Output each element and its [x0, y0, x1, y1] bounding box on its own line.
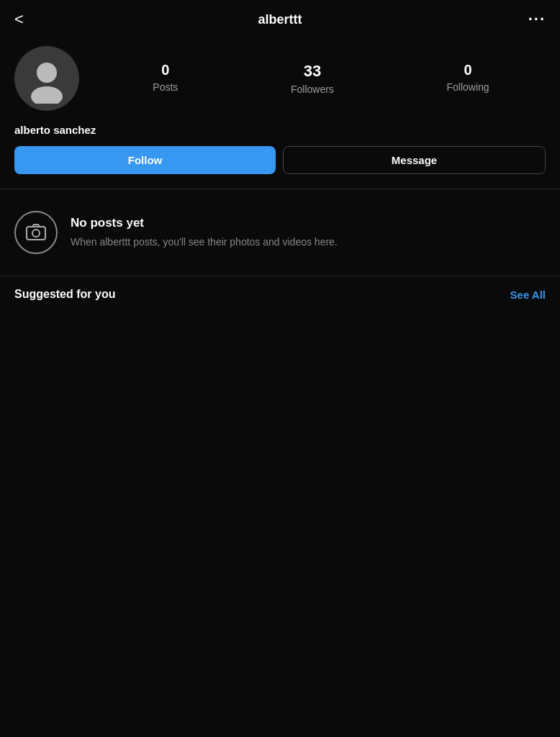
message-button[interactable]: Message	[283, 146, 546, 174]
svg-point-3	[32, 230, 40, 237]
posts-count: 0	[161, 62, 169, 78]
suggested-label: Suggested for you	[14, 288, 115, 301]
posts-label: Posts	[153, 81, 178, 93]
no-posts-description: When alberttt posts, you'll see their ph…	[71, 235, 338, 250]
following-label: Following	[447, 81, 489, 93]
camera-icon-circle	[14, 211, 58, 254]
stat-posts[interactable]: 0 Posts	[153, 62, 178, 95]
avatar-icon	[22, 53, 72, 104]
back-button[interactable]: <	[14, 10, 43, 29]
header: < alberttt ···	[0, 0, 560, 39]
profile-top: 0 Posts 33 Followers 0 Following	[14, 46, 546, 111]
svg-point-0	[37, 63, 57, 83]
no-posts-section: No posts yet When alberttt posts, you'll…	[0, 189, 560, 276]
profile-display-name: alberto sanchez	[14, 124, 546, 136]
followers-label: Followers	[291, 83, 334, 95]
camera-icon	[25, 222, 47, 243]
follow-button[interactable]: Follow	[14, 146, 276, 174]
following-count: 0	[464, 62, 472, 78]
no-posts-title: No posts yet	[71, 216, 338, 230]
no-posts-text: No posts yet When alberttt posts, you'll…	[71, 216, 338, 250]
stat-followers[interactable]: 33 Followers	[291, 62, 334, 95]
more-button[interactable]: ···	[528, 10, 546, 29]
suggested-section: Suggested for you See All	[0, 276, 560, 312]
see-all-button[interactable]: See All	[510, 289, 546, 301]
avatar	[14, 46, 79, 111]
profile-section: 0 Posts 33 Followers 0 Following alberto…	[0, 39, 560, 189]
stat-following[interactable]: 0 Following	[447, 62, 489, 95]
avatar-container	[14, 46, 79, 111]
profile-buttons: Follow Message	[14, 146, 546, 174]
svg-point-1	[31, 86, 63, 104]
header-title: alberttt	[258, 12, 302, 27]
svg-rect-2	[27, 227, 45, 240]
followers-count: 33	[304, 62, 321, 81]
stats-container: 0 Posts 33 Followers 0 Following	[96, 62, 546, 95]
